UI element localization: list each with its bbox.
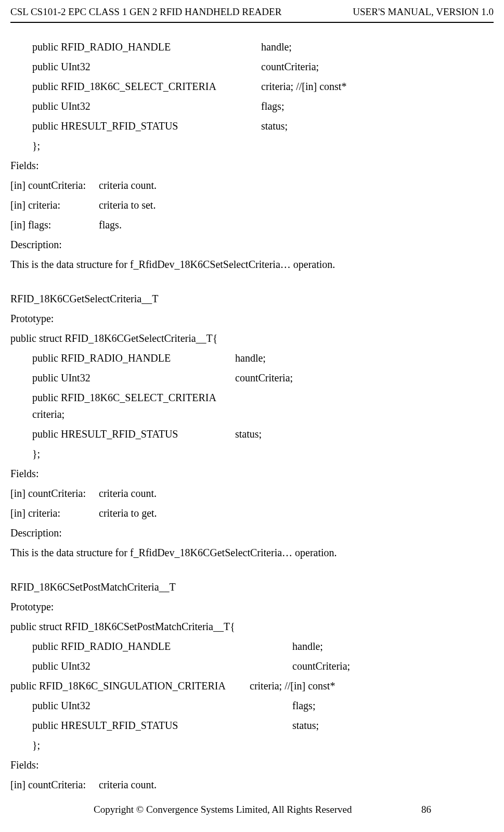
page-content: public RFID_RADIO_HANDLEhandle;public UI… bbox=[10, 23, 494, 793]
field-desc: criteria to get. bbox=[99, 505, 157, 521]
struct-member-name: status; bbox=[261, 118, 288, 134]
struct-row: public UInt32flags; bbox=[10, 98, 494, 114]
field-name: [in] criteria: bbox=[10, 197, 99, 213]
struct-row: public UInt32flags; bbox=[10, 697, 494, 714]
struct-member-type: public RFID_18K6C_SINGULATION_CRITERIA bbox=[10, 677, 250, 694]
struct-row: public RFID_RADIO_HANDLEhandle; bbox=[10, 350, 494, 366]
struct-member-name: status; bbox=[292, 717, 319, 734]
struct-row: public UInt32countCriteria; bbox=[10, 658, 494, 674]
struct-member-type: public UInt32 bbox=[32, 58, 261, 75]
struct-row: public HRESULT_RFID_STATUSstatus; bbox=[10, 426, 494, 442]
struct-open: public struct RFID_18K6CSetPostMatchCrit… bbox=[10, 618, 494, 635]
field-desc: criteria to set. bbox=[99, 197, 156, 213]
struct-row: public RFID_18K6C_SELECT_CRITERIAcriteri… bbox=[10, 78, 494, 95]
description-label: Description: bbox=[10, 236, 494, 253]
field-row: [in] countCriteria:criteria count. bbox=[10, 485, 494, 502]
struct-member-name: criteria; //[in] const* bbox=[250, 677, 335, 694]
struct-member-type: public HRESULT_RFID_STATUS bbox=[32, 717, 292, 734]
footer-copyright: Copyright © Convergence Systems Limited,… bbox=[94, 802, 352, 817]
struct-member-type: public HRESULT_RFID_STATUS bbox=[32, 118, 261, 134]
section-title: RFID_18K6CSetPostMatchCriteria__T bbox=[10, 579, 494, 595]
field-name: [in] countCriteria: bbox=[10, 776, 99, 793]
fields-label: Fields: bbox=[10, 757, 494, 773]
struct-member-name: handle; bbox=[235, 350, 266, 366]
struct-close: }; bbox=[10, 445, 494, 462]
field-row: [in] countCriteria:criteria count. bbox=[10, 177, 494, 194]
struct-open: public struct RFID_18K6CGetSelectCriteri… bbox=[10, 330, 494, 347]
header-right: USER'S MANUAL, VERSION 1.0 bbox=[353, 4, 494, 20]
page-footer: Copyright © Convergence Systems Limited,… bbox=[10, 802, 494, 817]
field-row: [in] countCriteria:criteria count. bbox=[10, 776, 494, 793]
field-name: [in] countCriteria: bbox=[10, 177, 99, 194]
struct-member-type: public RFID_RADIO_HANDLE bbox=[32, 638, 292, 655]
field-name: [in] countCriteria: bbox=[10, 485, 99, 502]
struct-member-type: public UInt32 bbox=[32, 658, 292, 674]
struct-member-type: public UInt32 bbox=[32, 98, 261, 114]
struct-member-name: handle; bbox=[292, 638, 323, 655]
struct-member-type: public RFID_18K6C_SELECT_CRITERIA bbox=[32, 78, 261, 95]
struct-row: public UInt32countCriteria; bbox=[10, 58, 494, 75]
struct-row: public RFID_18K6C_SELECT_CRITERIA criter… bbox=[10, 389, 494, 423]
field-desc: criteria count. bbox=[99, 776, 157, 793]
field-desc: criteria count. bbox=[99, 177, 157, 194]
struct-row: public UInt32countCriteria; bbox=[10, 369, 494, 386]
struct-member-type: public RFID_RADIO_HANDLE bbox=[32, 350, 235, 366]
field-row: [in] criteria:criteria to set. bbox=[10, 197, 494, 213]
struct-row: public HRESULT_RFID_STATUSstatus; bbox=[10, 118, 494, 134]
struct-member-type: public RFID_RADIO_HANDLE bbox=[32, 39, 261, 55]
struct-member-name: countCriteria; bbox=[261, 58, 319, 75]
struct-member-name: handle; bbox=[261, 39, 292, 55]
field-name: [in] flags: bbox=[10, 216, 99, 233]
page-header: CSL CS101-2 EPC CLASS 1 GEN 2 RFID HANDH… bbox=[10, 0, 494, 23]
field-row: [in] flags:flags. bbox=[10, 216, 494, 233]
field-desc: criteria count. bbox=[99, 485, 157, 502]
struct-row: public HRESULT_RFID_STATUSstatus; bbox=[10, 717, 494, 734]
struct-member-name: countCriteria; bbox=[292, 658, 350, 674]
struct-row: public RFID_18K6C_SINGULATION_CRITERIAcr… bbox=[10, 677, 494, 694]
struct-member-type: public RFID_18K6C_SELECT_CRITERIA criter… bbox=[32, 389, 235, 423]
struct-member-type: public UInt32 bbox=[32, 697, 292, 714]
header-left: CSL CS101-2 EPC CLASS 1 GEN 2 RFID HANDH… bbox=[10, 4, 281, 20]
prototype-label: Prototype: bbox=[10, 310, 494, 327]
description-label: Description: bbox=[10, 524, 494, 541]
field-name: [in] criteria: bbox=[10, 505, 99, 521]
struct-member-name: countCriteria; bbox=[235, 369, 293, 386]
struct-member-type: public UInt32 bbox=[32, 369, 235, 386]
description-text: This is the data structure for f_RfidDev… bbox=[10, 256, 494, 273]
struct-member-name: criteria; //[in] const* bbox=[261, 78, 346, 95]
struct-member-name: flags; bbox=[292, 697, 315, 714]
field-desc: flags. bbox=[99, 216, 122, 233]
struct-close: }; bbox=[10, 737, 494, 753]
struct-member-name: status; bbox=[235, 426, 262, 442]
struct-close: }; bbox=[10, 137, 494, 154]
fields-label: Fields: bbox=[10, 465, 494, 482]
struct-member-name: flags; bbox=[261, 98, 284, 114]
field-row: [in] criteria:criteria to get. bbox=[10, 505, 494, 521]
struct-row: public RFID_RADIO_HANDLEhandle; bbox=[10, 39, 494, 55]
footer-page-number: 86 bbox=[421, 802, 431, 817]
prototype-label: Prototype: bbox=[10, 598, 494, 615]
description-text: This is the data structure for f_RfidDev… bbox=[10, 544, 494, 561]
section-title: RFID_18K6CGetSelectCriteria__T bbox=[10, 290, 494, 307]
fields-label: Fields: bbox=[10, 157, 494, 174]
struct-member-type: public HRESULT_RFID_STATUS bbox=[32, 426, 235, 442]
struct-row: public RFID_RADIO_HANDLEhandle; bbox=[10, 638, 494, 655]
